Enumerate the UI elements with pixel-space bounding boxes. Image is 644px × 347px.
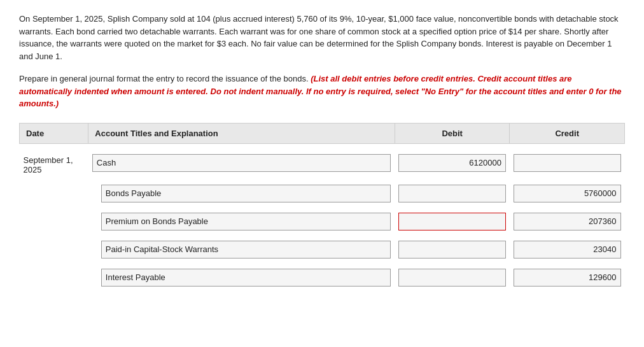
description-text: On September 1, 2025, Splish Company sol…: [19, 13, 625, 62]
credit-input[interactable]: [514, 241, 621, 258]
table-row: [20, 266, 625, 289]
row-spacer: [20, 233, 625, 238]
journal-credit-cell[interactable]: [510, 210, 625, 233]
credit-input[interactable]: [514, 269, 621, 287]
account-input[interactable]: [101, 213, 391, 230]
account-input[interactable]: [101, 241, 391, 258]
journal-debit-cell[interactable]: [395, 266, 510, 289]
header-debit: Debit: [395, 123, 510, 143]
table-header-row: Date Account Titles and Explanation Debi…: [20, 123, 625, 143]
journal-credit-cell[interactable]: [510, 149, 625, 177]
journal-debit-cell[interactable]: [395, 210, 510, 233]
account-input[interactable]: [101, 269, 391, 287]
journal-date: [20, 182, 88, 205]
account-input[interactable]: [92, 154, 391, 172]
table-row: [20, 182, 625, 205]
row-spacer: [20, 177, 625, 182]
table-row: [20, 238, 625, 261]
journal-date: September 1,2025: [20, 149, 88, 177]
header-credit: Credit: [510, 123, 625, 143]
account-input[interactable]: [101, 185, 391, 202]
header-date: Date: [20, 123, 88, 143]
journal-credit-cell[interactable]: [510, 182, 625, 205]
table-row: September 1,2025: [20, 149, 625, 177]
journal-debit-cell[interactable]: [395, 182, 510, 205]
journal-account-cell[interactable]: [88, 210, 395, 233]
journal-account-cell[interactable]: [88, 266, 395, 289]
row-spacer: [20, 205, 625, 210]
instructions-text: Prepare in general journal format the en…: [19, 73, 625, 110]
journal-account-cell[interactable]: [88, 182, 395, 205]
row-spacer: [20, 261, 625, 266]
journal-date: [20, 266, 88, 289]
journal-date: [20, 238, 88, 261]
table-row: [20, 210, 625, 233]
credit-input[interactable]: [514, 185, 621, 202]
credit-input[interactable]: [514, 154, 621, 172]
debit-input[interactable]: [398, 185, 506, 202]
header-account: Account Titles and Explanation: [88, 123, 395, 143]
journal-debit-cell[interactable]: [395, 149, 510, 177]
journal-debit-cell[interactable]: [395, 238, 510, 261]
debit-input[interactable]: [398, 241, 506, 258]
journal-table: Date Account Titles and Explanation Debi…: [19, 123, 625, 289]
journal-credit-cell[interactable]: [510, 266, 625, 289]
journal-date: [20, 210, 88, 233]
row-spacer: [20, 143, 625, 149]
journal-credit-cell[interactable]: [510, 238, 625, 261]
journal-account-cell[interactable]: [88, 149, 395, 177]
debit-input[interactable]: [398, 269, 506, 287]
debit-input[interactable]: [398, 154, 506, 172]
credit-input[interactable]: [514, 213, 621, 230]
journal-account-cell[interactable]: [88, 238, 395, 261]
debit-input[interactable]: [398, 213, 506, 230]
